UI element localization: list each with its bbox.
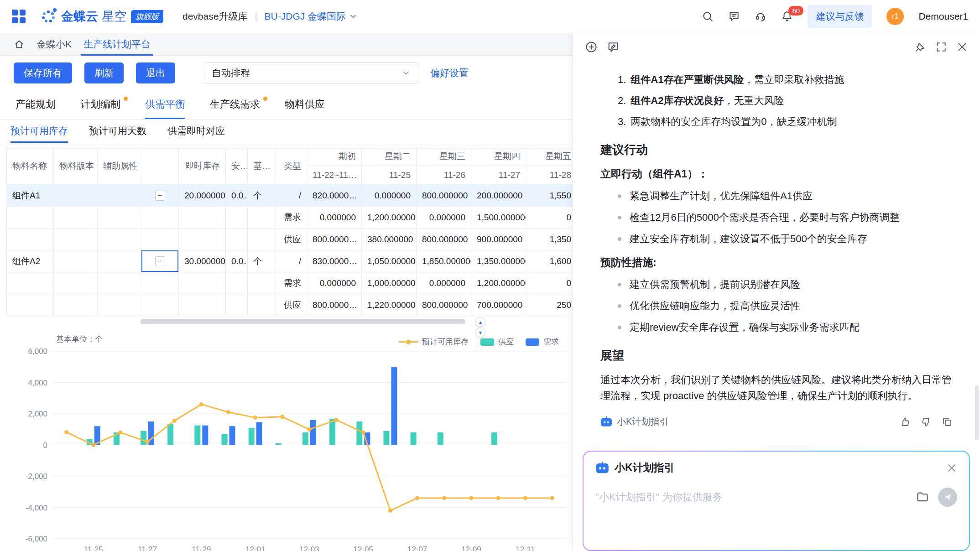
cell-material-version[interactable]: [54, 294, 98, 316]
send-button[interactable]: [938, 488, 957, 507]
thumbs-up-icon[interactable]: [900, 416, 911, 427]
cell-safety-stock[interactable]: [226, 272, 248, 294]
cell-material-name[interactable]: [7, 272, 54, 294]
cell-date-value[interactable]: 0: [526, 207, 575, 229]
tab-capacity-planning[interactable]: 产能规划: [16, 90, 56, 119]
cell-material-version[interactable]: [54, 272, 98, 294]
column-header-date[interactable]: 期初: [307, 147, 362, 166]
pin-icon[interactable]: [914, 41, 926, 53]
cell-expand[interactable]: [141, 207, 179, 229]
column-subheader-date[interactable]: 11-26: [417, 166, 471, 185]
cell-date-value[interactable]: 0: [526, 272, 575, 294]
cell-date-value[interactable]: 1,350: [526, 229, 575, 250]
column-subheader-date[interactable]: 11-25: [362, 166, 417, 185]
cell-aux-attribute[interactable]: [98, 207, 141, 229]
cell-date-value[interactable]: 380.000000: [362, 229, 417, 250]
cell-expand[interactable]: −: [141, 185, 179, 207]
column-header-date[interactable]: 星期三: [417, 147, 471, 166]
cell-onhand-stock[interactable]: [179, 207, 226, 229]
tab-supply-demand-balance[interactable]: 供需平衡: [145, 90, 185, 119]
tab-material-supply[interactable]: 物料供应: [285, 90, 325, 119]
cell-date-value[interactable]: 1,550: [526, 185, 575, 207]
table-row[interactable]: 组件A1−20.0000000.0…个/820.0000…0.000000800…: [7, 185, 575, 207]
column-header-date[interactable]: 星期二: [362, 147, 417, 166]
scroll-down-button[interactable]: ▼: [475, 327, 485, 338]
column-header[interactable]: 安…: [226, 147, 248, 185]
cell-material-name[interactable]: [7, 294, 54, 316]
collapse-row-button[interactable]: −: [155, 256, 165, 266]
workspace-tab-production-platform[interactable]: 生产线计划平台: [83, 33, 151, 56]
cell-date-value[interactable]: 900.000000: [471, 229, 526, 250]
org-switcher[interactable]: BU-JDGJ 金蝶国际: [265, 10, 358, 23]
search-icon[interactable]: [702, 10, 714, 22]
bell-icon[interactable]: 60: [781, 10, 793, 22]
column-header[interactable]: 类型: [276, 147, 307, 185]
subtab-projected-days[interactable]: 预计可用天数: [89, 120, 146, 143]
cell-material-version[interactable]: [54, 185, 98, 207]
assistant-icon[interactable]: [755, 10, 766, 22]
cell-safety-stock[interactable]: [226, 229, 248, 250]
cell-date-value[interactable]: 1,500.000000: [471, 207, 526, 229]
table-row[interactable]: 供应800.0000…380.000000800.000000900.00000…: [7, 229, 575, 250]
cell-onhand-stock[interactable]: [179, 229, 226, 250]
cell-material-version[interactable]: [54, 250, 98, 272]
cell-date-value[interactable]: 200.000000: [471, 185, 526, 207]
feedback-button[interactable]: 建议与反馈: [808, 5, 872, 28]
cell-type[interactable]: 需求: [276, 272, 307, 294]
schedule-mode-select[interactable]: 自动排程: [204, 62, 418, 83]
cell-date-value[interactable]: 1,220.000000: [362, 294, 417, 316]
cell-date-value[interactable]: 800.000000: [417, 185, 471, 207]
cell-date-value[interactable]: 1,200.000000: [362, 207, 417, 229]
home-icon[interactable]: [14, 39, 25, 50]
cell-onhand-stock[interactable]: 20.000000: [179, 185, 226, 207]
message-icon[interactable]: [728, 10, 740, 22]
column-header-date[interactable]: 星期四: [471, 147, 526, 166]
workspace-tab-xiaok[interactable]: 金蝶小K: [36, 33, 72, 56]
table-row[interactable]: 需求0.0000001,200.0000000.0000001,500.0000…: [7, 207, 575, 229]
cell-expand[interactable]: [141, 272, 179, 294]
column-header[interactable]: 物料版本: [54, 147, 98, 185]
column-header[interactable]: 辅助属性: [98, 147, 141, 185]
cell-onhand-stock[interactable]: [179, 294, 226, 316]
cell-base-unit[interactable]: 个: [248, 250, 276, 272]
column-subheader-date[interactable]: 11-28: [526, 166, 575, 185]
cell-type[interactable]: 需求: [276, 207, 307, 229]
cell-expand[interactable]: [141, 294, 179, 316]
cell-safety-stock[interactable]: 0.0…: [226, 250, 248, 272]
cell-date-value[interactable]: 830.0000…: [307, 250, 362, 272]
cell-type[interactable]: /: [276, 250, 307, 272]
cell-type[interactable]: 供应: [276, 229, 307, 250]
copy-icon[interactable]: [942, 416, 953, 427]
column-header[interactable]: [141, 147, 179, 185]
cell-type[interactable]: 供应: [276, 294, 307, 316]
cell-base-unit[interactable]: 个: [248, 185, 276, 207]
cell-material-name[interactable]: [7, 229, 54, 250]
cell-expand[interactable]: [141, 229, 179, 250]
cell-safety-stock[interactable]: [226, 294, 248, 316]
folder-icon[interactable]: [916, 491, 929, 504]
cell-date-value[interactable]: 0.000000: [307, 207, 362, 229]
cell-aux-attribute[interactable]: [98, 294, 141, 316]
close-chat-card-icon[interactable]: [946, 463, 957, 473]
cell-date-value[interactable]: 800.000000: [417, 229, 471, 250]
column-subheader-date[interactable]: 11-22~11…: [307, 166, 362, 185]
cell-aux-attribute[interactable]: [98, 250, 141, 272]
new-chat-icon[interactable]: [585, 41, 598, 53]
exit-button[interactable]: 退出: [136, 62, 175, 83]
cell-onhand-stock[interactable]: [179, 272, 226, 294]
cell-base-unit[interactable]: [248, 272, 276, 294]
table-row[interactable]: 组件A2−30.0000000.0…个/830.0000…1,050.00000…: [7, 250, 575, 272]
table-row[interactable]: 供应800.0000…1,220.000000800.000000700.000…: [7, 294, 575, 316]
cell-type[interactable]: /: [276, 185, 307, 207]
cell-date-value[interactable]: 700.000000: [471, 294, 526, 316]
column-header[interactable]: 物料名称: [7, 147, 54, 185]
cell-date-value[interactable]: 1,850.000000: [417, 250, 471, 272]
topic-icon[interactable]: [607, 41, 620, 53]
cell-safety-stock[interactable]: [226, 207, 248, 229]
cell-aux-attribute[interactable]: [98, 185, 141, 207]
cell-date-value[interactable]: 800.0000…: [307, 229, 362, 250]
preferences-link[interactable]: 偏好设置: [430, 67, 469, 79]
panel-scrollbar[interactable]: [975, 385, 979, 440]
cell-safety-stock[interactable]: 0.0…: [226, 185, 248, 207]
column-subheader-date[interactable]: 11-27: [471, 166, 526, 185]
